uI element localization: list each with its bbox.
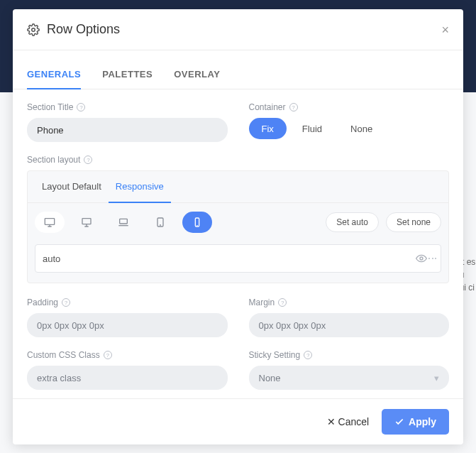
device-row: Set auto Set none xyxy=(28,203,448,241)
section-layout-label: Section layout ? xyxy=(27,155,449,165)
modal-footer: ✕ Cancel Apply xyxy=(13,398,463,444)
svg-rect-3 xyxy=(120,219,128,224)
padding-label: Padding ? xyxy=(27,298,228,307)
visibility-icon[interactable] xyxy=(416,253,427,264)
css-class-label: Custom CSS Class ? xyxy=(27,350,228,360)
container-segmented: Fix Fluid None xyxy=(249,118,450,139)
svg-point-5 xyxy=(160,225,161,226)
css-class-input[interactable] xyxy=(27,366,228,390)
margin-input[interactable] xyxy=(249,313,450,337)
cancel-button[interactable]: ✕ Cancel xyxy=(327,416,370,427)
help-icon[interactable]: ? xyxy=(104,351,112,359)
device-desktop-wide-icon[interactable] xyxy=(35,212,65,233)
tab-generals[interactable]: GENERALS xyxy=(27,60,81,89)
gear-icon xyxy=(27,23,40,36)
close-icon: ✕ xyxy=(327,416,336,427)
layout-value-text: auto xyxy=(43,253,60,264)
svg-rect-2 xyxy=(82,219,91,224)
help-icon[interactable]: ? xyxy=(77,103,85,111)
set-auto-button[interactable]: Set auto xyxy=(326,212,379,232)
row-options-modal: Row Options × GENERALS PALETTES OVERLAY … xyxy=(13,9,463,444)
device-phone-icon[interactable] xyxy=(182,212,212,233)
tab-palettes[interactable]: PALETTES xyxy=(102,60,153,89)
close-button[interactable]: × xyxy=(441,23,449,36)
help-icon[interactable]: ? xyxy=(84,155,92,164)
chevron-down-icon: ▾ xyxy=(434,373,439,383)
layout-tab-responsive[interactable]: Responsive xyxy=(109,171,171,203)
main-tabs: GENERALS PALETTES OVERLAY xyxy=(13,60,463,89)
device-laptop-icon[interactable] xyxy=(109,212,138,233)
layout-tab-default[interactable]: Layout Default xyxy=(35,171,109,202)
svg-rect-1 xyxy=(45,219,54,225)
device-desktop-icon[interactable] xyxy=(72,212,101,233)
help-icon[interactable]: ? xyxy=(304,351,312,359)
help-icon[interactable]: ? xyxy=(289,103,298,111)
padding-input[interactable] xyxy=(27,313,228,337)
set-none-button[interactable]: Set none xyxy=(386,212,441,232)
container-fluid[interactable]: Fluid xyxy=(289,118,335,139)
sticky-select[interactable]: None ▾ xyxy=(249,366,450,390)
sticky-label: Sticky Setting ? xyxy=(249,350,450,360)
container-none[interactable]: None xyxy=(338,118,385,139)
tab-overlay[interactable]: OVERLAY xyxy=(174,60,220,89)
container-fix[interactable]: Fix xyxy=(249,118,287,139)
container-label: Container ? xyxy=(249,102,450,112)
margin-label: Margin ? xyxy=(249,298,450,307)
help-icon[interactable]: ? xyxy=(62,298,70,307)
svg-point-7 xyxy=(420,257,423,260)
drag-handle-icon[interactable]: ⋮ xyxy=(431,253,433,263)
section-layout-panel: Layout Default Responsive xyxy=(27,170,449,283)
apply-button[interactable]: Apply xyxy=(382,409,449,435)
help-icon[interactable]: ? xyxy=(278,298,287,307)
section-title-label: Section Title ? xyxy=(27,102,228,112)
modal-title: Row Options xyxy=(47,22,441,37)
layout-value-box[interactable]: auto ⋮ xyxy=(35,244,441,273)
section-title-input[interactable] xyxy=(27,118,228,142)
check-icon xyxy=(394,417,404,427)
modal-header: Row Options × xyxy=(13,9,463,50)
device-tablet-icon[interactable] xyxy=(145,212,175,233)
svg-point-0 xyxy=(32,28,35,31)
